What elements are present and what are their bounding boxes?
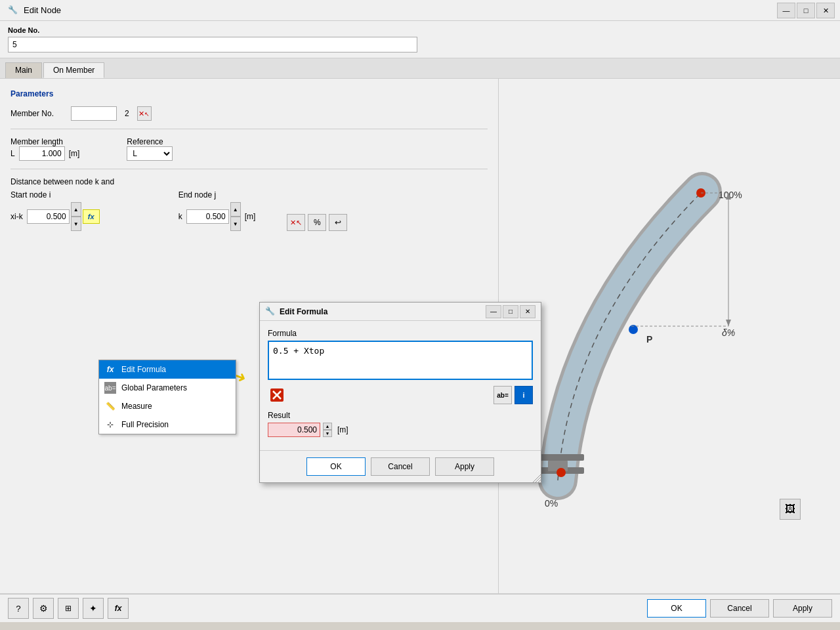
settings-icon: ⚙ <box>39 603 48 614</box>
xi-k-input[interactable] <box>27 209 70 224</box>
member-no-label: Member No. <box>10 109 63 118</box>
bottom-actions: OK Cancel Apply <box>647 599 832 618</box>
xi-k-up-button[interactable]: ▲ <box>71 202 81 217</box>
dialog-ok-button[interactable]: OK <box>306 457 366 476</box>
start-end-row: Start node i xi-k ▲ ▼ fx End node j <box>10 190 488 231</box>
star-icon: ✦ <box>89 603 97 614</box>
end-xi-k-input[interactable] <box>186 209 229 224</box>
cursor-pick-icon: ✕↖ <box>290 219 302 227</box>
info-icon: i <box>522 391 524 399</box>
clear-formula-button[interactable] <box>268 386 286 404</box>
tab-main[interactable]: Main <box>5 62 42 78</box>
dropdown-measure-label: Measure <box>121 402 152 411</box>
x-icon <box>269 387 285 403</box>
end-xi-k-up-button[interactable]: ▲ <box>230 202 241 217</box>
fx-icon: fx <box>104 364 116 375</box>
member-no-input[interactable] <box>71 106 117 121</box>
start-node-group: Start node i xi-k ▲ ▼ fx <box>10 190 100 231</box>
dialog-maximize-button[interactable]: □ <box>503 305 518 318</box>
separator-2 <box>10 169 488 169</box>
node-section: Node No. <box>0 21 840 58</box>
xi-k-label: xi-k <box>10 212 23 221</box>
node-right <box>423 26 832 52</box>
dialog-close-button[interactable]: ✕ <box>520 305 536 318</box>
right-icons: ab= i <box>494 386 533 404</box>
result-input-group: ▲ ▼ [m] <box>268 423 533 437</box>
formula-label: Formula <box>268 329 533 338</box>
info-button[interactable]: i <box>514 386 533 404</box>
grid-button[interactable]: ⊞ <box>58 598 79 619</box>
precision-icon: ⊹ <box>104 419 116 430</box>
formula-bottom-icon: fx <box>115 604 122 613</box>
formula-bottom-button[interactable]: fx <box>108 598 129 619</box>
bottom-tools: ? ⚙ ⊞ ✦ fx <box>8 598 647 619</box>
percent-icon-button[interactable]: % <box>308 214 326 231</box>
cancel-button[interactable]: Cancel <box>710 599 769 618</box>
star-button[interactable]: ✦ <box>83 598 104 619</box>
result-input[interactable] <box>268 423 320 437</box>
l-label: L <box>10 149 15 158</box>
dropdown-item-edit-formula[interactable]: fx Edit Formula <box>99 360 236 379</box>
settings-button[interactable]: ⚙ <box>33 598 54 619</box>
dialog-title-bar: 🔧 Edit Formula ― □ ✕ <box>260 303 541 321</box>
dialog-apply-button[interactable]: Apply <box>435 457 494 476</box>
dropdown-item-full-precision[interactable]: ⊹ Full Precision <box>99 415 236 434</box>
dialog-minimize-button[interactable]: ― <box>486 305 501 318</box>
dialog-cancel-button[interactable]: Cancel <box>371 457 430 476</box>
diagram-bottom-icon: 🖼 <box>780 499 801 520</box>
edit-formula-dialog: 🔧 Edit Formula ― □ ✕ Formula ab= <box>259 302 541 483</box>
grid-icon: ⊞ <box>65 604 72 613</box>
resize-grip[interactable] <box>530 472 541 482</box>
result-section: Result ▲ ▼ [m] <box>268 411 533 437</box>
diagram-area: 100% δ% P 0% 🖼 <box>518 139 820 533</box>
result-unit: [m] <box>337 425 348 434</box>
end-node-label: End node j <box>178 190 256 200</box>
member-length-unit: [m] <box>69 149 80 158</box>
pick-icon-button[interactable]: ✕↖ <box>287 214 305 231</box>
svg-point-6 <box>556 468 566 477</box>
separator-1 <box>10 129 488 129</box>
node-no-input[interactable] <box>8 37 417 52</box>
toolbar-icons: ✕↖ % ↩ <box>287 214 347 231</box>
dropdown-full-precision-label: Full Precision <box>121 420 169 429</box>
window-controls: ― □ ✕ <box>777 3 835 18</box>
member-no-value: 2 <box>125 109 129 118</box>
end-xi-k-down-button[interactable]: ▼ <box>230 217 241 231</box>
parameters-title: Parameters <box>10 89 488 98</box>
pick-member-button[interactable]: ✕↖ <box>137 106 152 121</box>
help-button[interactable]: ? <box>8 598 29 619</box>
dropdown-item-global-params[interactable]: ab= Global Parameters <box>99 379 236 397</box>
result-up-button[interactable]: ▲ <box>323 423 332 430</box>
percent-icon: % <box>314 218 321 227</box>
apply-button[interactable]: Apply <box>773 599 832 618</box>
close-button[interactable]: ✕ <box>816 3 835 18</box>
end-xi-k-group: k ▲ ▼ [m] <box>178 202 256 231</box>
dropdown-menu: fx Edit Formula ab= Global Parameters 📏 … <box>98 360 236 434</box>
minimize-button[interactable]: ― <box>777 3 795 18</box>
distance-label: Distance between node k and <box>10 177 488 186</box>
node-field: Node No. <box>8 26 417 52</box>
maximize-button[interactable]: □ <box>797 3 815 18</box>
dialog-controls: ― □ ✕ <box>486 305 536 318</box>
svg-line-20 <box>536 477 541 482</box>
member-length-input[interactable] <box>19 146 65 161</box>
xi-k-down-button[interactable]: ▼ <box>71 217 81 231</box>
undo-icon-button[interactable]: ↩ <box>329 214 347 231</box>
undo-icon: ↩ <box>335 218 341 227</box>
tab-on-member[interactable]: On Member <box>43 62 104 78</box>
reference-select[interactable]: L <box>127 146 173 161</box>
dropdown-edit-formula-label: Edit Formula <box>121 365 166 374</box>
dropdown-item-measure[interactable]: 📏 Measure <box>99 397 236 415</box>
svg-line-21 <box>538 480 541 482</box>
formula-button[interactable]: fx <box>83 209 100 224</box>
result-down-button[interactable]: ▼ <box>323 430 332 437</box>
dialog-icons-row: ab= i <box>268 386 533 404</box>
ok-button[interactable]: OK <box>647 599 706 618</box>
cursor-icon: ✕↖ <box>138 110 150 118</box>
dropdown-global-params-label: Global Parameters <box>121 383 187 392</box>
global-params-dialog-button[interactable]: ab= <box>494 386 512 404</box>
start-node-label: Start node i <box>10 190 100 200</box>
resize-icon <box>530 472 541 482</box>
formula-textarea[interactable] <box>268 341 533 380</box>
window-icon: 🔧 <box>8 5 18 16</box>
